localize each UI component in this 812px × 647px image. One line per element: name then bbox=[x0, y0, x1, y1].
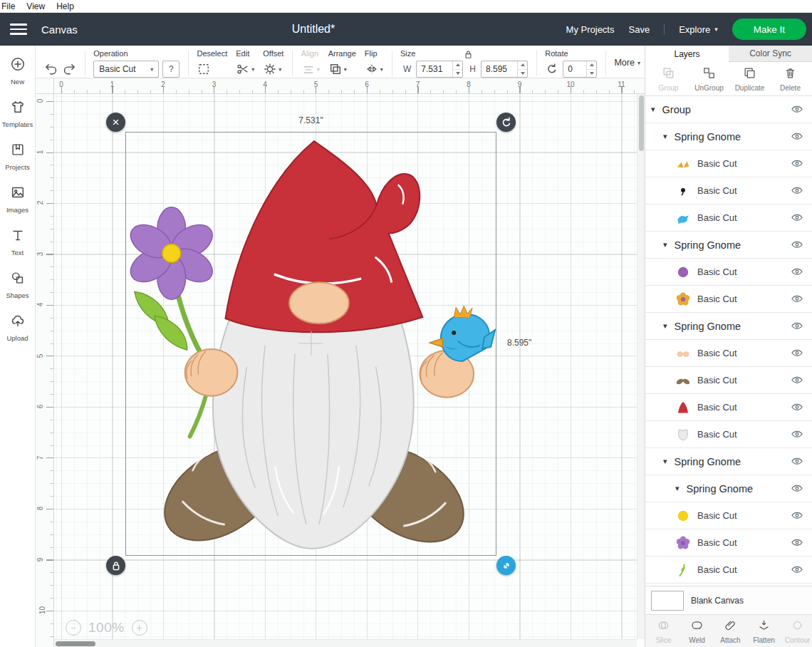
disclosure-triangle-icon[interactable]: ▾ bbox=[663, 132, 667, 141]
layer-group-row[interactable]: ▾Spring Gnome bbox=[645, 123, 812, 150]
vertical-scrollbar[interactable] bbox=[637, 94, 645, 639]
offset-button[interactable]: ▾ bbox=[263, 62, 281, 76]
redo-button[interactable] bbox=[62, 62, 76, 76]
ungroup-button[interactable]: UnGroup bbox=[689, 62, 729, 95]
visibility-eye-icon[interactable] bbox=[791, 564, 803, 576]
blank-canvas-row[interactable]: Blank Canvas bbox=[645, 586, 812, 614]
rotate-handle[interactable] bbox=[496, 113, 516, 132]
gnome-artwork[interactable] bbox=[126, 133, 496, 555]
operation-select[interactable]: Basic Cut ▾ bbox=[93, 61, 159, 78]
rotate-stepper[interactable] bbox=[586, 61, 596, 77]
layer-row[interactable]: Basic Cut bbox=[645, 177, 812, 205]
visibility-eye-icon[interactable] bbox=[791, 320, 803, 333]
visibility-eye-icon[interactable] bbox=[791, 374, 803, 387]
rotate-input[interactable]: 0 bbox=[563, 61, 597, 78]
visibility-eye-icon[interactable] bbox=[791, 212, 803, 224]
sidebar-item-text[interactable]: Text bbox=[0, 221, 35, 264]
disclosure-triangle-icon[interactable]: ▾ bbox=[675, 484, 680, 493]
document-title[interactable]: Untitled* bbox=[292, 23, 335, 36]
rotate-button[interactable] bbox=[545, 62, 559, 76]
deselect-button[interactable] bbox=[197, 62, 211, 76]
layer-row[interactable]: Basic Cut bbox=[645, 340, 812, 367]
sidebar-item-new[interactable]: New bbox=[0, 50, 35, 93]
layer-group-row[interactable]: ▾Spring Gnome bbox=[645, 232, 812, 259]
horizontal-scrollbar[interactable] bbox=[54, 639, 637, 647]
visibility-eye-icon[interactable] bbox=[791, 347, 803, 360]
disclosure-triangle-icon[interactable]: ▾ bbox=[663, 240, 667, 249]
width-stepper[interactable] bbox=[452, 61, 462, 77]
arrange-button[interactable]: ▾ bbox=[328, 62, 347, 76]
visibility-eye-icon[interactable] bbox=[791, 293, 803, 306]
duplicate-button[interactable]: Duplicate bbox=[729, 62, 770, 95]
visibility-eye-icon[interactable] bbox=[791, 401, 803, 414]
visibility-eye-icon[interactable] bbox=[791, 509, 803, 522]
sidebar-item-upload[interactable]: Upload bbox=[0, 306, 35, 349]
deselect-handle[interactable]: × bbox=[106, 113, 125, 132]
flatten-button[interactable]: Flatten bbox=[747, 615, 781, 647]
disclosure-triangle-icon[interactable]: ▾ bbox=[663, 457, 667, 466]
layer-row[interactable]: Basic Cut bbox=[645, 502, 812, 529]
layer-row[interactable]: Basic Cut bbox=[645, 286, 812, 313]
visibility-eye-icon[interactable] bbox=[791, 266, 803, 279]
help-button[interactable]: ? bbox=[162, 61, 179, 78]
layer-group-row[interactable]: ▾Spring Gnome bbox=[645, 313, 812, 340]
sidebar-item-templates[interactable]: Templates bbox=[0, 93, 35, 135]
lock-handle[interactable] bbox=[106, 556, 125, 575]
vertical-scrollbar-thumb[interactable] bbox=[639, 95, 644, 151]
layer-group-row[interactable]: ▾Spring Gnome bbox=[645, 475, 812, 502]
layer-group-row[interactable]: ▾Spring Gnome bbox=[645, 448, 812, 475]
edit-button[interactable]: ▾ bbox=[236, 62, 254, 76]
explore-menu[interactable]: Explore▾ bbox=[679, 24, 718, 35]
delete-button[interactable]: Delete bbox=[770, 62, 811, 95]
my-projects-link[interactable]: My Projects bbox=[566, 24, 615, 35]
size-lock-icon[interactable] bbox=[463, 49, 474, 60]
layer-row[interactable]: Basic Cut bbox=[645, 421, 812, 448]
attach-button[interactable]: Attach bbox=[714, 615, 747, 647]
visibility-eye-icon[interactable] bbox=[791, 537, 803, 549]
layer-group-row[interactable]: ▾Group bbox=[645, 96, 812, 123]
tab-color-sync[interactable]: Color Sync bbox=[729, 46, 812, 62]
visibility-eye-icon[interactable] bbox=[791, 482, 803, 495]
selection-box[interactable]: 7.531" 8.595" × bbox=[125, 132, 496, 556]
zoom-out-button[interactable]: − bbox=[66, 620, 81, 636]
horizontal-scrollbar-thumb[interactable] bbox=[56, 641, 95, 646]
layer-row[interactable]: Basic Cut bbox=[645, 205, 812, 232]
sidebar-item-shapes[interactable]: Shapes bbox=[0, 264, 35, 306]
menu-item-help[interactable]: Help bbox=[56, 1, 74, 11]
layer-row[interactable]: Basic Cut bbox=[645, 557, 812, 584]
design-canvas[interactable]: 7.531" 8.595" × − 100% + bbox=[54, 94, 645, 647]
weld-button[interactable]: Weld bbox=[680, 615, 714, 647]
visibility-eye-icon[interactable] bbox=[791, 185, 803, 197]
resize-handle[interactable] bbox=[496, 556, 516, 575]
visibility-eye-icon[interactable] bbox=[791, 103, 803, 116]
layer-row[interactable]: Basic Cut bbox=[645, 150, 812, 177]
visibility-eye-icon[interactable] bbox=[791, 157, 803, 170]
width-input[interactable]: 7.531 bbox=[416, 61, 463, 78]
visibility-eye-icon[interactable] bbox=[791, 428, 803, 441]
layer-row[interactable]: Basic Cut bbox=[645, 367, 812, 394]
tab-layers[interactable]: Layers bbox=[645, 46, 729, 62]
layer-row[interactable]: Basic Cut bbox=[645, 259, 812, 286]
layer-row[interactable]: Basic Cut bbox=[645, 529, 812, 557]
canvas-color-swatch[interactable] bbox=[651, 591, 684, 611]
more-menu[interactable]: More▾ bbox=[614, 58, 640, 68]
visibility-eye-icon[interactable] bbox=[791, 455, 803, 468]
make-it-button[interactable]: Make It bbox=[732, 19, 806, 40]
zoom-in-button[interactable]: + bbox=[132, 620, 147, 636]
menu-item-file[interactable]: File bbox=[1, 1, 15, 11]
visibility-eye-icon[interactable] bbox=[791, 239, 803, 252]
menu-item-view[interactable]: View bbox=[26, 1, 45, 11]
flip-button[interactable]: ▾ bbox=[365, 62, 383, 76]
main-menu-icon[interactable] bbox=[10, 21, 27, 38]
visibility-eye-icon[interactable] bbox=[791, 130, 803, 143]
undo-button[interactable] bbox=[44, 62, 58, 76]
height-input[interactable]: 8.595 bbox=[481, 61, 528, 78]
layer-row[interactable]: Basic Cut bbox=[645, 394, 812, 421]
sidebar-item-images[interactable]: Images bbox=[0, 178, 35, 221]
height-stepper[interactable] bbox=[517, 61, 527, 77]
disclosure-triangle-icon[interactable]: ▾ bbox=[663, 321, 667, 331]
disclosure-triangle-icon[interactable]: ▾ bbox=[651, 105, 655, 114]
ruler-number: 6 bbox=[365, 81, 369, 88]
sidebar-item-projects[interactable]: Projects bbox=[0, 135, 35, 178]
save-link[interactable]: Save bbox=[628, 24, 650, 35]
